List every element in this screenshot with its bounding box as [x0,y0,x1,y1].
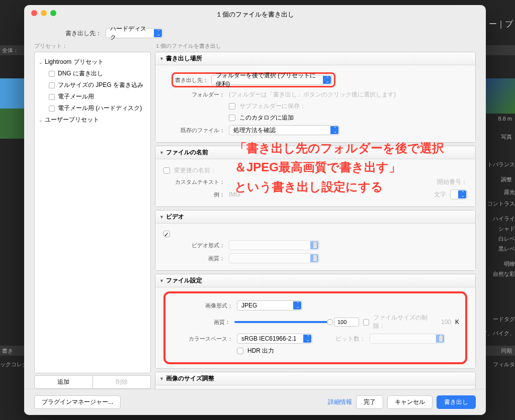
triangle-down-icon: ▼ [159,278,164,283]
limit-value: 100 [441,319,451,326]
bg-filter: フィルタ [493,361,515,368]
format-select[interactable]: JPEG⌃⌄ [237,300,302,310]
existing-label: 既存のファイル： [163,127,225,134]
format-label: 画像形式： [171,302,233,309]
triangle-down-icon: ▼ [159,150,164,155]
bg-mb: 8.8 m [498,116,512,122]
example-value: IMG [229,191,240,198]
quality-input[interactable] [334,318,359,327]
main-label: １個のファイルを書き出し [155,42,476,50]
section-header-location[interactable]: ▼書き出し場所 [155,52,475,65]
triangle-down-icon: ▼ [159,376,164,381]
limit-label: ファイルサイズの制限： [373,313,437,331]
chevron-updown-icon: ⌃⌄ [313,255,317,261]
bg-shizen: 自然な彩 [493,270,515,278]
preset-group-lightroom[interactable]: ⌄Lightroom プリセット [38,56,147,68]
preset-item[interactable]: DNG に書き出し [38,68,147,79]
add-catalog-checkbox[interactable] [229,115,235,121]
bg-kurore: 黒レベ [498,245,515,253]
quality-slider[interactable] [234,321,330,323]
preset-label: プリセット： [34,42,151,50]
plugin-manager-button[interactable]: プラグインマネージャー... [34,395,121,409]
bg-hairai: ハイライ [493,215,515,223]
preset-sidebar: プリセット： ⌄Lightroom プリセット DNG に書き出し フルサイズの… [34,42,151,389]
preset-checkbox[interactable] [49,106,55,112]
traffic-lights [24,5,63,21]
bg-meiryo: 明瞭 [504,260,515,268]
bit-label: ビット数： [335,335,366,343]
section-header-filesettings[interactable]: ▼ファイル設定 [155,274,475,287]
preset-checkbox[interactable] [49,94,55,100]
location-export-to-select[interactable]: フォルダーを後で選択 (プリセットに便利)⌃⌄ [211,75,332,85]
preset-group-user[interactable]: ⌄ユーザープリセット [38,114,147,126]
bg-dotag: ードタグ [493,316,515,323]
video-format-label: ビデオ形式： [163,242,225,249]
bit-select: ⌃⌄ [370,334,445,344]
minimize-button[interactable] [41,10,47,16]
maximize-button[interactable] [50,10,56,16]
close-button[interactable] [31,10,37,16]
hdr-checkbox[interactable] [237,348,243,354]
highlight-export-to: 書き出し先： フォルダーを後で選択 (プリセットに便利)⌃⌄ [171,72,335,87]
highlight-filesettings: 画像形式：JPEG⌃⌄ 画質： ファイルサイズの制限： 100 K カラースペー… [163,291,467,364]
triangle-down-icon: ▼ [159,56,164,61]
triangle-down-icon: ▼ [159,215,164,220]
section-naming: ▼ファイルの名前 変更後の名前： カスタムテキスト：開始番号： 例：IMG文字⌃… [155,146,476,207]
section-header-sizing[interactable]: ▼画像のサイズ調整 [155,372,475,385]
limit-unit: K [455,319,459,326]
settings-panel: １個のファイルを書き出し ▼書き出し場所 書き出し先： フォルダーを後で選択 (… [155,42,476,389]
ext-select[interactable]: ⌃⌄ [450,189,467,199]
preset-item[interactable]: 電子メール用 (ハードディスク) [38,102,147,114]
done-button[interactable]: 完了 [356,395,383,409]
export-dialog: １個のファイルを書き出し 書き出し先： ハードディスク⌃⌄ プリセット： ⌄Li… [24,5,486,415]
chevron-updown-icon: ⌃⌄ [157,30,160,36]
video-quality-label: 画質： [163,255,225,262]
bg-shashin: 写真 [501,133,512,141]
bg-contrast: コントラス [487,200,515,207]
folder-hint: (フォルダーは「書き出し」ボタンのクリック後に選択します) [229,90,396,99]
remove-preset-button: 削除 [93,375,151,389]
subfolder-label: サブフォルダーに保存： [239,102,306,111]
colorspace-select[interactable]: sRGB IEC61966-2.1⌃⌄ [237,334,312,344]
bg-header: ー｜プ [489,19,513,30]
preset-item[interactable]: フルサイズの JPEG を書き込み [38,79,147,91]
chevron-updown-icon: ⌃⌄ [306,336,310,342]
section-video: ▼ビデオ ✓ ビデオ形式：⌃⌄ 画質：⌃⌄ [155,210,476,271]
colorspace-label: カラースペース： [171,335,233,343]
rename-checkbox[interactable] [163,167,170,174]
add-catalog-label: このカタログに追加 [239,114,294,122]
preset-checkbox[interactable] [49,82,55,88]
chevron-updown-icon: ⌃⌄ [296,302,300,308]
dialog-footer: プラグインマネージャー... 詳細情報 完了 キャンセル 書き出し [24,389,486,415]
bg-roko: 露光 [504,188,515,196]
export-to-select[interactable]: ハードディスク⌃⌄ [106,28,163,38]
existing-select[interactable]: 処理方法を確認⌃⌄ [229,125,339,135]
dialog-title: １個のファイルを書き出し [24,5,486,24]
hdr-label: HDR 出力 [247,347,274,355]
chevron-updown-icon: ⌃⌄ [461,191,465,197]
bg-kakidashi: 書き [2,347,13,355]
bg-thumbnail [0,78,24,139]
section-sizing: ▼画像のサイズ調整 サイズ変更して合わせる：幅と高さ⌃⌄拡大しない 幅：1,00… [155,372,476,389]
limit-checkbox[interactable] [363,319,370,326]
video-quality-select: ⌃⌄ [229,253,319,263]
bg-shirore: 白レベ [498,235,515,243]
section-header-video[interactable]: ▼ビデオ [155,211,475,224]
bg-zentai: 全体： [2,47,19,54]
cancel-button[interactable]: キャンセル [387,395,433,409]
chevron-updown-icon: ⌃⌄ [333,127,337,133]
preset-item[interactable]: 電子メール用 [38,91,147,102]
location-export-to-label: 書き出し先： [175,76,208,84]
bg-tobalance: トバランス [487,161,515,168]
example-label: 例： [163,191,225,198]
video-checkbox[interactable]: ✓ [163,231,170,237]
details-link[interactable]: 詳細情報 [328,398,352,406]
section-header-naming[interactable]: ▼ファイルの名前 [155,146,475,159]
ext-label: 文字 [434,190,446,199]
add-preset-button[interactable]: 追加 [34,375,93,389]
preset-checkbox[interactable] [49,71,55,77]
export-button[interactable]: 書き出し [437,395,476,409]
bg-dokyo: 同期 [501,347,512,355]
preset-list[interactable]: ⌄Lightroom プリセット DNG に書き出し フルサイズの JPEG を… [34,52,151,373]
bg-shado: シャド [498,225,515,233]
